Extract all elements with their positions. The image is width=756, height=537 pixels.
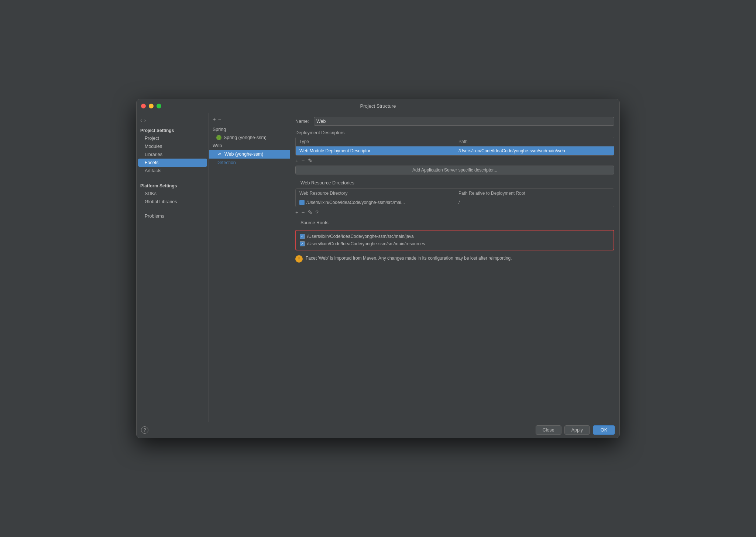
warning-text: Facet 'Web' is imported from Maven. Any … [306,255,512,261]
sidebar-item-artifacts[interactable]: Artifacts [137,167,209,175]
descriptor-table-header: Type Path [296,137,614,146]
tree-item-web[interactable]: W Web (yonghe-ssm) [209,150,290,159]
main-content: ‹ › Project Settings Project Modules Lib… [137,113,619,422]
col-type-header: Type [296,137,455,146]
source-root-row-2: ✓ /Users/lixin/Code/IdeaCode/yonghe-ssm/… [300,240,610,247]
sidebar-item-libraries[interactable]: Libraries [137,150,209,159]
deployment-descriptors-header: Deployment Descriptors [290,129,619,137]
close-button[interactable]: Close [536,425,561,435]
sidebar-item-problems[interactable]: Problems [137,212,209,220]
source-roots-box: ✓ /Users/lixin/Code/IdeaCode/yonghe-ssm/… [295,230,614,250]
tree-item-detection[interactable]: Detection [209,159,290,167]
platform-settings-label: Platform Settings [137,181,209,190]
minimize-traffic-light[interactable] [149,104,154,108]
col-path-header: Path [455,137,614,146]
project-structure-window: Project Structure ‹ › Project Settings P… [136,99,620,438]
source-roots-header: Source Roots [295,219,614,227]
warning-icon: ! [295,255,303,263]
resource-edit-button[interactable]: ✎ [308,209,313,215]
web-resource-header: Web Resource Directories [295,179,614,187]
spring-group-label: Spring [209,125,290,134]
sidebar-item-global-libraries[interactable]: Global Libraries [137,198,209,206]
name-label: Name: [295,119,310,124]
folder-icon [299,200,305,205]
resource-table-header: Web Resource Directory Path Relative to … [296,189,614,198]
add-facet-button[interactable]: + [213,116,216,122]
window-title: Project Structure [360,103,396,109]
descriptor-table-row[interactable]: Web Module Deployment Descriptor /Users/… [296,146,614,155]
resource-dir-cell: /Users/lixin/Code/IdeaCode/yonghe-ssm/sr… [296,198,455,207]
bottom-bar: ? Close Apply OK [137,422,619,438]
resource-col-dir-header: Web Resource Directory [296,189,455,198]
source-root-row-1: ✓ /Users/lixin/Code/IdeaCode/yonghe-ssm/… [300,233,610,240]
middle-tree: Spring 🌿 Spring (yonghe-ssm) Web W Web (… [209,125,290,167]
web-resource-section: Web Resource Directories [290,177,619,188]
resource-col-path-header: Path Relative to Deployment Root [455,189,614,198]
right-panel: Name: Deployment Descriptors Type Path W… [290,113,619,422]
name-row: Name: [290,113,619,129]
resource-help-button[interactable]: ? [316,209,319,215]
ok-button[interactable]: OK [593,425,615,435]
descriptor-table: Type Path Web Module Deployment Descript… [295,137,614,156]
titlebar: Project Structure [137,99,619,113]
bottom-bar-left: ? [141,426,152,434]
bottom-bar-right: Close Apply OK [536,425,615,435]
sidebar: ‹ › Project Settings Project Modules Lib… [137,113,209,422]
descriptor-type-cell: Web Module Deployment Descriptor [296,146,455,155]
descriptor-add-button[interactable]: + [295,158,299,163]
close-traffic-light[interactable] [141,104,146,108]
resource-table-row[interactable]: /Users/lixin/Code/IdeaCode/yonghe-ssm/sr… [296,198,614,207]
resource-remove-button[interactable]: − [302,209,305,215]
sidebar-nav: ‹ › [137,116,209,126]
project-settings-label: Project Settings [137,126,209,134]
help-button[interactable]: ? [141,426,148,434]
source-roots-section: Source Roots [290,217,619,228]
spring-icon: 🌿 [216,135,221,140]
sidebar-item-sdks[interactable]: SDKs [137,190,209,198]
add-server-descriptor-button[interactable]: Add Application Server specific descript… [295,166,614,174]
source-root-checkbox-1[interactable]: ✓ [300,234,305,239]
descriptor-path-cell: /Users/lixin/Code/IdeaCode/yonghe-ssm/sr… [455,146,614,155]
resource-add-button[interactable]: + [295,209,299,215]
descriptor-edit-button[interactable]: ✎ [308,158,313,163]
descriptor-toolbar: + − ✎ [290,156,619,166]
web-icon: W [216,151,222,157]
sidebar-divider [140,178,205,178]
resource-path-cell: / [455,198,614,207]
tree-item-spring[interactable]: 🌿 Spring (yonghe-ssm) [209,134,290,142]
sidebar-item-modules[interactable]: Modules [137,142,209,150]
source-root-label-2: /Users/lixin/Code/IdeaCode/yonghe-ssm/sr… [307,241,425,246]
middle-toolbar: + − [209,113,290,125]
back-button[interactable]: ‹ [140,118,142,123]
sidebar-item-project[interactable]: Project [137,134,209,142]
name-input[interactable] [314,117,614,126]
source-root-checkbox-2[interactable]: ✓ [300,241,305,246]
source-root-label-1: /Users/lixin/Code/IdeaCode/yonghe-ssm/sr… [307,234,414,239]
apply-button[interactable]: Apply [564,425,590,435]
sidebar-divider-2 [140,209,205,209]
resource-toolbar: + − ✎ ? [290,207,619,217]
warning-row: ! Facet 'Web' is imported from Maven. An… [290,252,619,266]
traffic-lights [141,104,161,108]
sidebar-item-facets[interactable]: Facets [138,159,207,167]
web-group-label: Web [209,142,290,150]
remove-facet-button[interactable]: − [218,116,221,122]
resource-table: Web Resource Directory Path Relative to … [295,188,614,207]
descriptor-remove-button[interactable]: − [302,158,305,163]
maximize-traffic-light[interactable] [157,104,161,108]
forward-button[interactable]: › [144,118,146,123]
middle-panel: + − Spring 🌿 Spring (yonghe-ssm) Web W W… [209,113,290,422]
